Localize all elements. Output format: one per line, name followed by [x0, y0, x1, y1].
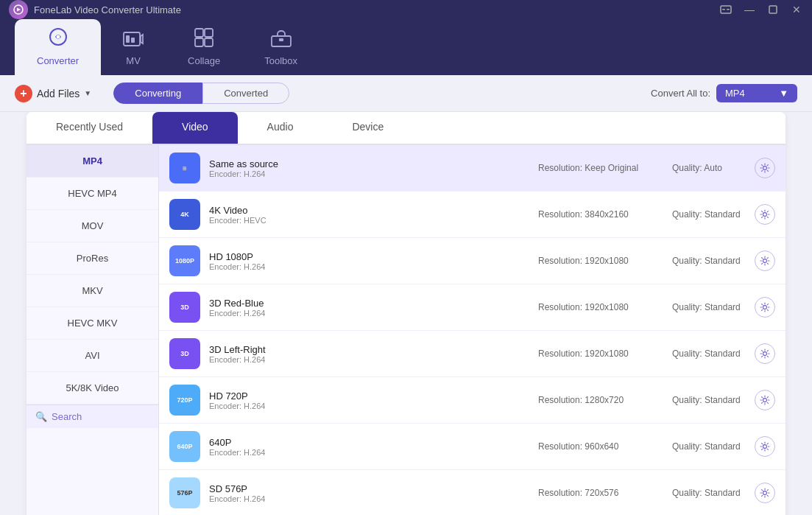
tab-audio[interactable]: Audio — [238, 112, 323, 144]
svg-point-23 — [763, 491, 767, 495]
sidebar-item-mov[interactable]: MOV — [27, 210, 158, 242]
captions-button[interactable] — [719, 3, 732, 16]
content-area: + Add Files ▼ Converting Converted Conve… — [0, 75, 812, 515]
format-name-4k_video: 4K Video — [209, 205, 529, 216]
format-name-hd_720p: HD 720P — [209, 390, 529, 402]
minimize-button[interactable]: — — [743, 3, 756, 16]
settings-icon-hd_720p[interactable] — [755, 390, 775, 410]
format-name-same_as_source: Same as source — [209, 158, 529, 169]
svg-point-22 — [763, 445, 767, 449]
add-files-label: Add Files — [37, 88, 80, 99]
format-info-sd_576p: SD 576PEncoder: H.264 — [209, 483, 529, 503]
svg-rect-15 — [279, 38, 283, 41]
toolbox-icon — [271, 29, 292, 52]
format-name-3d_red_blue: 3D Red-Blue — [209, 298, 529, 309]
converted-tab-button[interactable]: Converted — [202, 83, 289, 104]
format-info-4k_video: 4K VideoEncoder: HEVC — [209, 205, 529, 225]
settings-icon-4k_video[interactable] — [755, 204, 775, 225]
sidebar-item-hevc_mkv[interactable]: HEVC MKV — [27, 307, 158, 340]
add-files-button[interactable]: + Add Files ▼ — [15, 85, 91, 102]
convert-all-label: Convert All to: — [651, 88, 710, 99]
collage-tab-label: Collage — [188, 55, 220, 66]
mv-icon — [123, 31, 144, 52]
settings-icon-hd_1080p[interactable] — [755, 251, 775, 271]
tab-recently-used[interactable]: Recently Used — [27, 112, 152, 144]
convert-all-select[interactable]: MP4 ▼ — [716, 84, 797, 102]
svg-rect-3 — [727, 9, 730, 10]
format-encoder-640p: Encoder: H.264 — [209, 448, 529, 457]
settings-icon-3d_left_right[interactable] — [755, 343, 775, 364]
format-row-hd_720p[interactable]: 720PHD 720PEncoder: H.264Resolution: 128… — [159, 377, 785, 424]
svg-rect-2 — [722, 9, 725, 10]
sidebar-item-hevc_mp4[interactable]: HEVC MP4 — [27, 178, 158, 210]
svg-rect-4 — [769, 6, 777, 13]
convert-all-container: Convert All to: MP4 ▼ — [651, 84, 797, 102]
format-icon-sd_576p: 576P — [169, 477, 200, 508]
format-row-same_as_source[interactable]: ≡Same as sourceEncoder: H.264Resolution:… — [159, 145, 785, 192]
format-resolution-hd_1080p: Resolution: 1920x1080 — [538, 256, 663, 266]
sidebar-item-mp4[interactable]: MP4 — [27, 145, 158, 178]
sidebar-items: MP4HEVC MP4MOVProResMKVHEVC MKVAVI5K/8K … — [27, 145, 158, 404]
sidebar-item-mkv[interactable]: MKV — [27, 275, 158, 307]
toolbar: + Add Files ▼ Converting Converted Conve… — [0, 75, 812, 112]
app-title-text: FoneLab Video Converter Ultimate — [34, 4, 181, 15]
format-row-640p[interactable]: 640P640PEncoder: H.264Resolution: 960x64… — [159, 424, 785, 470]
settings-icon-sd_576p[interactable] — [755, 483, 775, 503]
svg-rect-13 — [205, 38, 213, 46]
format-info-640p: 640PEncoder: H.264 — [209, 437, 529, 457]
tab-device[interactable]: Device — [322, 112, 413, 144]
svg-point-6 — [56, 35, 60, 39]
svg-rect-10 — [195, 29, 203, 37]
format-row-hd_1080p[interactable]: 1080PHD 1080PEncoder: H.264Resolution: 1… — [159, 238, 785, 284]
settings-icon-640p[interactable] — [755, 436, 775, 457]
search-icon: 🔍 — [35, 411, 47, 422]
format-quality-3d_red_blue: Quality: Standard — [672, 302, 746, 312]
restore-button[interactable] — [766, 3, 780, 16]
format-encoder-sd_576p: Encoder: H.264 — [209, 494, 529, 503]
format-icon-3d_left_right: 3D — [169, 338, 200, 369]
tab-video[interactable]: Video — [152, 112, 238, 144]
nav-tab-converter[interactable]: Converter — [15, 19, 101, 75]
settings-icon-3d_red_blue[interactable] — [755, 297, 775, 318]
format-row-4k_video[interactable]: 4K4K VideoEncoder: HEVCResolution: 3840x… — [159, 192, 785, 238]
format-row-sd_576p[interactable]: 576PSD 576PEncoder: H.264Resolution: 720… — [159, 470, 785, 515]
format-body: MP4HEVC MP4MOVProResMKVHEVC MKVAVI5K/8K … — [27, 145, 785, 515]
svg-rect-9 — [131, 38, 135, 43]
svg-point-19 — [763, 306, 767, 309]
format-icon-3d_red_blue: 3D — [169, 292, 200, 323]
nav-tab-collage[interactable]: Collage — [166, 21, 242, 75]
toolbox-tab-label: Toolbox — [264, 55, 297, 66]
sidebar-item-5k8k[interactable]: 5K/8K Video — [27, 372, 158, 404]
search-label: Search — [52, 411, 82, 422]
format-quality-640p: Quality: Standard — [672, 441, 746, 452]
format-row-3d_red_blue[interactable]: 3D3D Red-BlueEncoder: H.264Resolution: 1… — [159, 284, 785, 331]
nav-tab-mv[interactable]: MV — [101, 24, 166, 75]
format-tabs-header: Recently Used Video Audio Device — [27, 112, 785, 145]
format-resolution-3d_left_right: Resolution: 1920x1080 — [538, 348, 663, 359]
format-rows: ≡Same as sourceEncoder: H.264Resolution:… — [159, 145, 785, 515]
svg-point-16 — [763, 167, 767, 170]
search-box[interactable]: 🔍 Search — [27, 404, 158, 428]
format-quality-hd_720p: Quality: Standard — [672, 395, 746, 405]
format-icon-640p: 640P — [169, 431, 200, 462]
format-panel: Recently Used Video Audio Device MP4HEVC… — [27, 112, 785, 515]
close-button[interactable]: ✕ — [790, 3, 803, 16]
svg-rect-8 — [126, 35, 130, 43]
nav-tab-toolbox[interactable]: Toolbox — [242, 22, 319, 75]
format-encoder-hd_720p: Encoder: H.264 — [209, 402, 529, 410]
converting-tab-button[interactable]: Converting — [113, 83, 202, 104]
svg-rect-12 — [195, 38, 203, 46]
title-bar-controls: — ✕ — [719, 3, 803, 16]
format-quality-hd_1080p: Quality: Standard — [672, 256, 746, 266]
title-bar: FoneLab Video Converter Ultimate — ✕ — [0, 0, 812, 19]
format-resolution-4k_video: Resolution: 3840x2160 — [538, 209, 663, 220]
settings-icon-same_as_source[interactable] — [755, 158, 775, 178]
sidebar-item-avi[interactable]: AVI — [27, 340, 158, 372]
title-bar-left: FoneLab Video Converter Ultimate — [9, 0, 181, 19]
add-icon: + — [15, 85, 32, 102]
format-encoder-3d_left_right: Encoder: H.264 — [209, 355, 529, 364]
format-info-same_as_source: Same as sourceEncoder: H.264 — [209, 158, 529, 178]
format-name-hd_1080p: HD 1080P — [209, 251, 529, 262]
sidebar-item-prores[interactable]: ProRes — [27, 242, 158, 275]
format-row-3d_left_right[interactable]: 3D3D Left-RightEncoder: H.264Resolution:… — [159, 331, 785, 377]
